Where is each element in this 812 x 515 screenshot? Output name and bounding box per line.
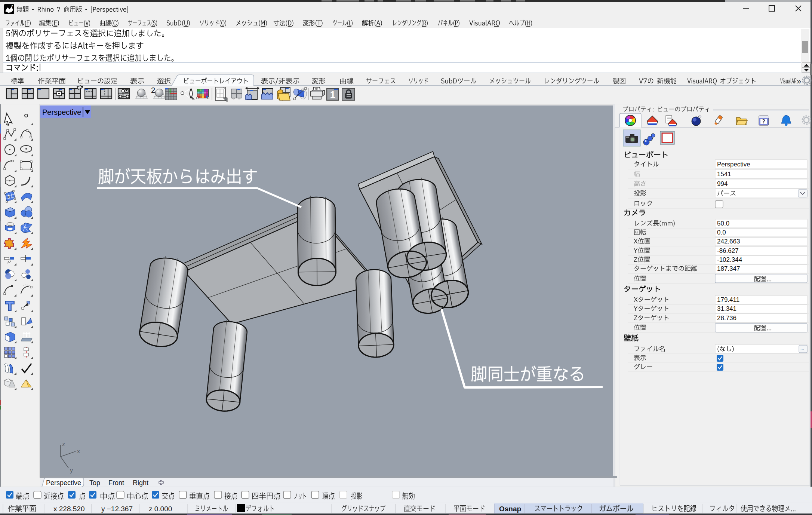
svg-text:0.0: 0.0 bbox=[717, 229, 726, 236]
svg-text:28.736: 28.736 bbox=[717, 315, 736, 322]
svg-text:Right: Right bbox=[133, 479, 148, 487]
svg-text:179.411: 179.411 bbox=[717, 296, 739, 303]
svg-text:z: z bbox=[62, 441, 65, 447]
svg-text:Perspective: Perspective bbox=[42, 108, 81, 116]
svg-text:y −12.367: y −12.367 bbox=[101, 505, 133, 513]
svg-text:1541: 1541 bbox=[717, 171, 731, 178]
svg-text:-86.627: -86.627 bbox=[717, 247, 739, 254]
svg-text:y: y bbox=[70, 467, 73, 473]
svg-text:7: 7 bbox=[11, 4, 13, 9]
svg-text:994: 994 bbox=[717, 180, 728, 187]
svg-text:50.0: 50.0 bbox=[717, 220, 729, 227]
svg-text:Osnap: Osnap bbox=[499, 505, 521, 513]
svg-text:2: 2 bbox=[151, 86, 155, 94]
svg-text:...: ... bbox=[800, 346, 804, 351]
svg-text:Perspective: Perspective bbox=[46, 479, 81, 487]
svg-text:z 0.000: z 0.000 bbox=[149, 505, 172, 513]
svg-text:x 228.520: x 228.520 bbox=[53, 505, 84, 513]
svg-text:31.341: 31.341 bbox=[717, 305, 736, 312]
svg-text:-102.344: -102.344 bbox=[717, 256, 742, 263]
svg-text:187.347: 187.347 bbox=[717, 265, 740, 272]
svg-text:242.663: 242.663 bbox=[717, 238, 740, 245]
svg-text:»: » bbox=[797, 77, 801, 86]
svg-text:?: ? bbox=[762, 118, 765, 125]
svg-text:Perspective: Perspective bbox=[717, 161, 750, 168]
svg-text:1: 1 bbox=[330, 89, 335, 100]
svg-text:Front: Front bbox=[108, 479, 124, 487]
svg-text:Top: Top bbox=[89, 479, 100, 487]
svg-text:x: x bbox=[77, 448, 80, 454]
